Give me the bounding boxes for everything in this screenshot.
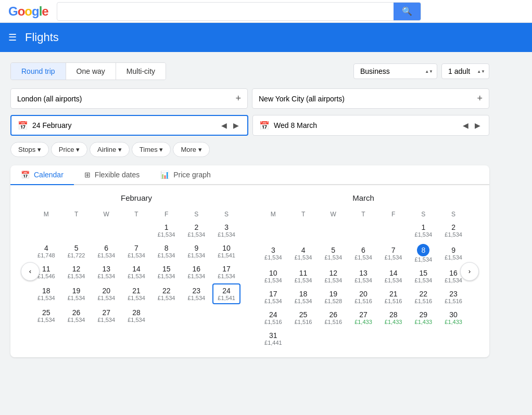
- calendar-day[interactable]: 7£1,534: [122, 242, 150, 261]
- table-row[interactable]: 21£1,534: [121, 282, 151, 305]
- table-row[interactable]: 1£1,534: [151, 220, 182, 241]
- calendar-day[interactable]: 23£1,516: [439, 288, 467, 306]
- calendar-day[interactable]: 27£1,534: [92, 306, 120, 325]
- table-row[interactable]: 23£1,534: [182, 282, 212, 305]
- table-row[interactable]: 17£1,534: [258, 287, 288, 307]
- table-row[interactable]: 11£1,534: [288, 266, 319, 287]
- table-row[interactable]: 20£1,516: [348, 287, 378, 307]
- table-row[interactable]: 14£1,534: [378, 266, 409, 287]
- return-prev-button[interactable]: ◀: [461, 120, 471, 131]
- calendar-day[interactable]: 14£1,534: [122, 263, 150, 281]
- destination-input[interactable]: [259, 95, 477, 103]
- class-select[interactable]: Business Economy First Premium Economy: [353, 63, 437, 79]
- hamburger-icon[interactable]: ☰: [8, 32, 17, 43]
- calendar-day[interactable]: 10£1,541: [212, 242, 240, 261]
- calendar-day[interactable]: 24£1,516: [259, 308, 287, 327]
- table-row[interactable]: 27£1,534: [91, 305, 121, 326]
- calendar-day[interactable]: 4£1,748: [32, 242, 60, 261]
- table-row[interactable]: 5£1,534: [318, 241, 348, 266]
- calendar-day[interactable]: 26£1,534: [62, 306, 91, 325]
- table-row[interactable]: 13£1,534: [348, 266, 378, 287]
- table-row[interactable]: 4£1,748: [31, 241, 61, 262]
- calendar-day[interactable]: 24£1,541: [212, 283, 240, 304]
- tab-calendar[interactable]: 📅 Calendar: [10, 165, 74, 185]
- calendar-day[interactable]: 5£1,534: [319, 244, 347, 263]
- table-row[interactable]: 5£1,722: [61, 241, 92, 262]
- table-row[interactable]: 26£1,534: [61, 305, 92, 326]
- table-row[interactable]: 19£1,534: [61, 282, 92, 305]
- calendar-day[interactable]: 5£1,722: [62, 242, 91, 261]
- search-button[interactable]: 🔍: [394, 3, 421, 20]
- return-date-wrap[interactable]: 📅 Wed 8 March ◀ ▶: [252, 115, 489, 136]
- calendar-day[interactable]: 25£1,534: [32, 306, 60, 325]
- table-row[interactable]: 2£1,534: [182, 220, 212, 241]
- calendar-day[interactable]: 20£1,534: [92, 284, 120, 303]
- calendar-day[interactable]: 26£1,516: [319, 308, 347, 327]
- calendar-day[interactable]: 17£1,534: [259, 288, 287, 306]
- calendar-prev-button[interactable]: ‹: [21, 262, 40, 281]
- origin-input-wrap[interactable]: +: [10, 88, 248, 109]
- calendar-day[interactable]: 16£1,534: [183, 263, 211, 281]
- table-row[interactable]: 16£1,534: [182, 262, 212, 282]
- calendar-day[interactable]: 19£1,534: [62, 284, 91, 303]
- tab-price-graph[interactable]: 📊 Price graph: [150, 165, 221, 185]
- table-row[interactable]: 21£1,516: [378, 287, 409, 307]
- filter-airline[interactable]: Airline ▾: [90, 142, 130, 157]
- calendar-day[interactable]: 23£1,534: [183, 284, 211, 303]
- calendar-day[interactable]: 3£1,534: [259, 244, 287, 263]
- calendar-day[interactable]: 18£1,534: [32, 284, 60, 303]
- calendar-day[interactable]: 22£1,516: [410, 288, 438, 306]
- calendar-day[interactable]: 18£1,534: [289, 288, 318, 306]
- calendar-day[interactable]: 22£1,534: [153, 284, 181, 303]
- calendar-next-button[interactable]: ›: [460, 262, 479, 281]
- table-row[interactable]: 28£1,534: [121, 305, 151, 326]
- table-row[interactable]: 31£1,441: [258, 328, 288, 349]
- calendar-day[interactable]: 15£1,534: [153, 263, 181, 281]
- calendar-day[interactable]: 1£1,534: [410, 221, 438, 240]
- class-select-wrapper[interactable]: Business Economy First Premium Economy: [353, 63, 437, 79]
- calendar-day[interactable]: 6£1,534: [92, 242, 120, 261]
- tab-flexible-dates[interactable]: ⊞ Flexible dates: [74, 165, 150, 185]
- calendar-day[interactable]: 27£1,433: [349, 308, 377, 327]
- table-row[interactable]: 4£1,534: [288, 241, 319, 266]
- calendar-day[interactable]: 2£1,534: [439, 221, 467, 240]
- table-row[interactable]: 10£1,534: [258, 266, 288, 287]
- table-row[interactable]: 12£1,534: [61, 262, 92, 282]
- table-row[interactable]: 27£1,433: [348, 307, 378, 328]
- calendar-day[interactable]: 8£1,534: [153, 242, 181, 261]
- calendar-day[interactable]: 13£1,534: [349, 267, 377, 286]
- calendar-day[interactable]: 25£1,516: [289, 308, 318, 327]
- calendar-day[interactable]: 3£1,534: [212, 221, 240, 240]
- calendar-day[interactable]: 17£1,534: [212, 263, 240, 281]
- calendar-day[interactable]: 13£1,534: [92, 263, 120, 281]
- calendar-day[interactable]: 7£1,534: [379, 244, 408, 263]
- table-row[interactable]: 26£1,516: [318, 307, 348, 328]
- table-row[interactable]: 15£1,534: [151, 262, 182, 282]
- calendar-day[interactable]: 20£1,516: [349, 288, 377, 306]
- table-row[interactable]: 9£1,534: [182, 241, 212, 262]
- passengers-select[interactable]: 1 adult 2 adults 3 adults: [441, 63, 489, 79]
- table-row[interactable]: 24£1,541: [211, 282, 242, 305]
- calendar-day[interactable]: 28£1,433: [379, 308, 408, 327]
- filter-times[interactable]: Times ▾: [132, 142, 171, 157]
- calendar-day[interactable]: 31£1,441: [259, 329, 287, 348]
- table-row[interactable]: 10£1,541: [211, 241, 242, 262]
- table-row[interactable]: 18£1,534: [288, 287, 319, 307]
- calendar-day[interactable]: 9£1,534: [183, 242, 211, 261]
- calendar-day[interactable]: 30£1,433: [439, 308, 467, 327]
- table-row[interactable]: 22£1,516: [409, 287, 439, 307]
- table-row[interactable]: 14£1,534: [121, 262, 151, 282]
- calendar-day[interactable]: 8£1,534: [410, 242, 438, 265]
- table-row[interactable]: 25£1,516: [288, 307, 319, 328]
- table-row[interactable]: 19£1,528: [318, 287, 348, 307]
- calendar-day[interactable]: 11£1,534: [289, 267, 318, 286]
- calendar-day[interactable]: 12£1,534: [62, 263, 91, 281]
- table-row[interactable]: 7£1,534: [121, 241, 151, 262]
- calendar-day[interactable]: 28£1,534: [122, 306, 150, 325]
- table-row[interactable]: 12£1,534: [318, 266, 348, 287]
- calendar-day[interactable]: 29£1,433: [410, 308, 438, 327]
- table-row[interactable]: 15£1,534: [409, 266, 439, 287]
- table-row[interactable]: 6£1,534: [348, 241, 378, 266]
- departure-next-button[interactable]: ▶: [231, 120, 241, 131]
- table-row[interactable]: 18£1,534: [31, 282, 61, 305]
